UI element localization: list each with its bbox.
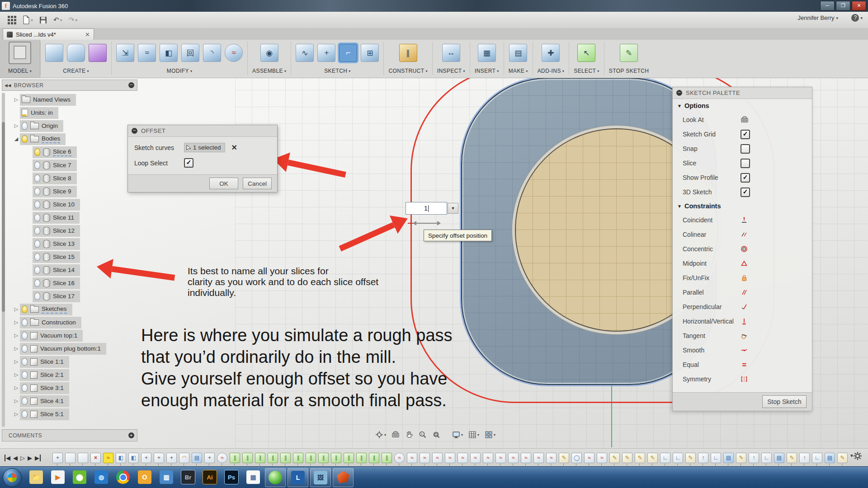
browser-item-pill[interactable]: Slice 13 [33, 238, 80, 250]
ribbon-group-label[interactable]: CREATE▾ [63, 66, 89, 76]
nav-dropdown-caret-icon[interactable]: ▾ [477, 433, 479, 437]
expand-icon[interactable]: ▷ [13, 306, 20, 312]
timeline-feature-paste-blue[interactable]: ▤ [774, 453, 784, 463]
timeline-feature-split-body[interactable]: ≈ [546, 453, 557, 463]
ribbon-group-label[interactable]: MODIFY▾ [167, 66, 193, 76]
timeline-play-button[interactable]: ▶ [28, 455, 32, 461]
timeline-feature-mirror[interactable]: ◧ [128, 453, 139, 463]
perpendicular-icon[interactable] [741, 303, 748, 310]
ribbon-group-label[interactable]: CONSTRUCT▾ [388, 66, 427, 76]
expand-icon[interactable]: ▷ [13, 385, 20, 391]
timeline-feature-split-body[interactable]: ≈ [458, 453, 468, 463]
combine-icon[interactable]: ◧ [160, 44, 178, 62]
expand-icon[interactable]: ▷ [13, 123, 20, 129]
expand-icon[interactable]: ▷ [13, 411, 20, 417]
browser-item-pill[interactable]: Slice 16 [33, 277, 80, 289]
look-at-icon[interactable] [741, 116, 749, 124]
browser-item-pill[interactable]: Slice 9 [33, 186, 77, 197]
timeline-feature-plane-green[interactable]: ∥ [306, 453, 316, 463]
browser-item-pill[interactable]: Slice 11 [33, 212, 80, 224]
nav-dropdown-caret-icon[interactable]: ▾ [494, 433, 495, 437]
cylinder-icon[interactable] [67, 44, 85, 62]
colinear-icon[interactable] [741, 231, 748, 238]
browser-item[interactable]: ▷Slice 1:1 [2, 355, 137, 368]
browser-item[interactable]: Slice 11 [2, 211, 137, 224]
comments-plus-icon[interactable]: + [128, 432, 134, 438]
spline-icon[interactable]: ∿ [296, 44, 314, 62]
ribbon-group-label[interactable]: MAKE▾ [509, 66, 528, 76]
browser-item[interactable]: ▷Slice 5:1 [2, 408, 137, 421]
constraint-midpoint[interactable]: Midpoint [673, 256, 812, 271]
nav-pan-button[interactable] [403, 430, 415, 440]
smooth-icon[interactable] [741, 347, 748, 354]
timeline-feature-align-blue[interactable]: ∟ [761, 453, 772, 463]
plane-icon[interactable]: ∥ [399, 44, 417, 62]
browser-item-pill[interactable]: Slice 15 [33, 251, 80, 263]
press-pull-icon[interactable]: ⇲ [116, 44, 134, 62]
taskbar-webex[interactable] [265, 468, 286, 487]
nav-dropdown-caret-icon[interactable]: ▾ [384, 433, 386, 437]
browser-item-pill[interactable]: Units: in [20, 107, 58, 119]
browser-item-pill[interactable]: Slice 3:1 [20, 382, 69, 394]
timeline-feature-plane-green[interactable]: ∥ [356, 453, 367, 463]
visibility-bulb-icon[interactable] [22, 332, 28, 339]
joint-icon[interactable]: ◉ [260, 44, 278, 62]
comments-bar[interactable]: COMMENTS + [2, 429, 137, 441]
tangent-icon[interactable] [741, 332, 748, 339]
undo-button[interactable]: ↶▾ [50, 14, 66, 26]
timeline-feature-plane-green[interactable]: ∥ [369, 453, 379, 463]
browser-scrollbar-thumb[interactable] [2, 122, 5, 312]
concentric-icon[interactable] [741, 245, 748, 253]
sketch-curves-selection[interactable]: 1 selected [184, 143, 225, 152]
expand-icon[interactable]: ▷ [13, 346, 20, 352]
timeline-feature-align-blue[interactable]: ∟ [660, 453, 670, 463]
timeline-feature-sketch[interactable]: ✎ [609, 453, 620, 463]
timeline-feature-pencil-current[interactable]: ✎ [837, 453, 848, 463]
timeline-feature-plane-green[interactable]: ∥ [382, 453, 392, 463]
constraint-smooth[interactable]: Smooth [673, 343, 812, 357]
browser-item[interactable]: Slice 7 [2, 159, 137, 172]
ribbon-group-label[interactable]: MODEL▾ [8, 66, 32, 76]
visibility-bulb-icon[interactable] [22, 305, 28, 313]
taskbar-document-blue[interactable]: L [288, 468, 308, 487]
expand-icon[interactable]: ▷ [13, 372, 20, 378]
browser-minus-icon[interactable]: − [128, 82, 134, 88]
add-ins-icon[interactable]: ✚ [542, 44, 560, 62]
timeline-feature-align-blue[interactable]: ∟ [711, 453, 721, 463]
timeline-feature-loft-orange[interactable]: ◠ [179, 453, 189, 463]
nav-dropdown-caret-icon[interactable]: ▾ [461, 433, 463, 437]
constraint-coincident[interactable]: Coincident [673, 213, 812, 227]
symmetry-icon[interactable] [741, 375, 748, 383]
offset-value-input[interactable]: 1 [406, 202, 447, 215]
timeline-feature-split-body[interactable]: ≈ [420, 453, 430, 463]
timeline-feature-plane-green[interactable]: ∥ [268, 453, 278, 463]
visibility-bulb-icon[interactable] [22, 345, 28, 352]
visibility-bulb-icon[interactable] [34, 161, 40, 169]
visibility-bulb-icon[interactable] [34, 240, 40, 248]
constraint-tangent[interactable]: Tangent [673, 328, 812, 343]
browser-item[interactable]: Slice 6 [2, 145, 137, 159]
constraints-section-header[interactable]: ▼ Constraints [673, 199, 812, 213]
save-button[interactable] [36, 14, 50, 26]
nav-display-settings-button[interactable]: ▾ [450, 430, 465, 440]
palette-option-checkbox[interactable]: ✓ [741, 188, 750, 197]
stop-sketch-button[interactable]: Stop Sketch [762, 395, 807, 408]
expand-icon[interactable]: ▷ [13, 333, 20, 338]
timeline-feature-paste-blue[interactable]: ▤ [723, 453, 734, 463]
visibility-bulb-icon[interactable] [34, 253, 40, 261]
taskbar-media-player[interactable]: ▶ [48, 468, 68, 486]
browser-item[interactable]: ◢Bodies [2, 132, 137, 145]
clear-selection-icon[interactable]: ✕ [231, 143, 237, 152]
app-grid-button[interactable] [0, 14, 19, 26]
browser-item-pill[interactable]: Vacuum top:1 [20, 330, 83, 342]
close-button[interactable]: ✕ [852, 1, 866, 11]
browser-item[interactable]: Units: in [2, 106, 137, 119]
taskbar-adobe-illustrator[interactable]: Ai [200, 468, 220, 486]
timeline-feature-split-body[interactable]: ≈ [495, 453, 506, 463]
timeline-feature-split-body[interactable]: ≈ [445, 453, 455, 463]
file-menu-button[interactable]: ▾ [19, 14, 36, 26]
constraint-concentric[interactable]: Concentric [673, 242, 812, 256]
timeline-feature-split-body[interactable]: ≈ [483, 453, 493, 463]
constraint-equal[interactable]: Equal [673, 357, 812, 372]
timeline-feature-move[interactable]: + [166, 453, 177, 463]
